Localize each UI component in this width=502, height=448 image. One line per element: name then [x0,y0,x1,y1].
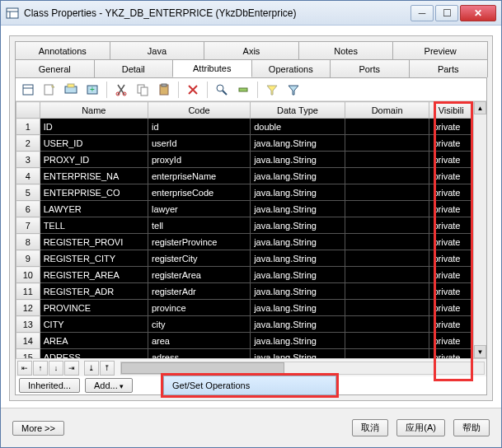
cell-domain[interactable] [345,217,429,234]
cell-code[interactable]: registerArea [148,267,250,283]
cell-visibility[interactable]: private [429,217,473,234]
cell-visibility[interactable]: private [429,300,473,316]
cell-datatype[interactable]: java.lang.String [251,152,345,168]
vertical-scrollbar[interactable]: ▲ ▼ [473,101,486,358]
cell-datatype[interactable]: java.lang.String [251,135,345,152]
table-row[interactable]: 6LAWYERlawyerjava.lang.Stringprivate [16,201,473,217]
table-row[interactable]: 11REGISTER_ADRregisterAdrjava.lang.Strin… [16,283,473,300]
cell-name[interactable]: REGISTER_ADR [40,283,148,300]
cell-visibility[interactable]: private [429,234,473,250]
cell-domain[interactable] [345,201,429,217]
cell-code[interactable]: registerProvince [148,234,250,250]
tab-java[interactable]: Java [110,41,205,59]
row-number[interactable]: 10 [16,267,40,283]
cell-name[interactable]: ADRESS [40,349,148,359]
cell-datatype[interactable]: java.lang.String [251,333,345,349]
cell-datatype[interactable]: java.lang.String [251,250,345,267]
cell-name[interactable]: ENTERPRISE_CO [40,184,148,201]
nav-next-icon[interactable]: ↓ [49,361,63,376]
new-icon[interactable] [40,81,59,99]
row-number[interactable]: 4 [16,168,40,184]
col-rownum[interactable] [16,102,40,119]
cancel-button[interactable]: 取消 [352,419,388,436]
col-code[interactable]: Code [148,102,250,119]
cell-datatype[interactable]: java.lang.String [251,316,345,333]
cell-domain[interactable] [345,119,429,135]
col-domain[interactable]: Domain [345,102,429,119]
cell-code[interactable]: enterpriseName [148,168,250,184]
cell-visibility[interactable]: private [429,119,473,135]
cell-visibility[interactable]: private [429,152,473,168]
cell-code[interactable]: userId [148,135,250,152]
tool-icon[interactable] [234,81,252,99]
cell-datatype[interactable]: java.lang.String [251,201,345,217]
cell-code[interactable]: enterpriseCode [148,184,250,201]
cell-name[interactable]: USER_ID [40,135,148,152]
cell-name[interactable]: REGISTER_CITY [40,250,148,267]
filter-icon[interactable] [263,81,281,99]
cell-code[interactable]: id [148,119,250,135]
table-row[interactable]: 5ENTERPRISE_COenterpriseCodejava.lang.St… [16,184,473,201]
nav-prev-icon[interactable]: ↑ [33,361,48,376]
cell-name[interactable]: AREA [40,333,148,349]
paste-icon[interactable] [155,81,173,99]
cell-name[interactable]: REGISTER_PROVI [40,234,148,250]
cell-code[interactable]: registerAdr [148,283,250,300]
cell-code[interactable]: registerCity [148,250,250,267]
cell-code[interactable]: proxyId [148,152,250,168]
menu-item-getset[interactable]: Get/Set Operations [163,376,336,395]
cell-name[interactable]: PROXY_ID [40,152,148,168]
cell-datatype[interactable]: java.lang.String [251,349,345,359]
cell-datatype[interactable]: java.lang.String [251,217,345,234]
tab-annotations[interactable]: Annotations [15,41,110,59]
cell-domain[interactable] [345,267,429,283]
tab-detail[interactable]: Detail [94,59,174,77]
row-number[interactable]: 5 [16,184,40,201]
cell-domain[interactable] [345,152,429,168]
cell-domain[interactable] [345,135,429,152]
nav-up-all-icon[interactable]: ⤒ [100,361,115,376]
cut-icon[interactable] [112,81,130,99]
cell-datatype[interactable]: java.lang.String [251,283,345,300]
cell-visibility[interactable]: private [429,267,473,283]
col-name[interactable]: Name [40,102,148,119]
cell-visibility[interactable]: private [429,349,473,359]
cell-code[interactable]: area [148,333,250,349]
table-row[interactable]: 7TELLtelljava.lang.Stringprivate [16,217,473,234]
tab-general[interactable]: General [15,59,95,77]
cell-name[interactable]: LAWYER [40,201,148,217]
nav-down-all-icon[interactable]: ⤓ [84,361,99,376]
row-number[interactable]: 2 [16,135,40,152]
table-row[interactable]: 1IDiddoubleprivate [16,119,473,135]
table-row[interactable]: 13CITYcityjava.lang.Stringprivate [16,316,473,333]
minimize-button[interactable]: ─ [411,5,434,21]
row-number[interactable]: 12 [16,300,40,316]
inherited-button[interactable]: Inherited... [19,378,80,393]
add-button[interactable]: Add... [85,378,133,393]
cell-code[interactable]: province [148,300,250,316]
titlebar[interactable]: Class Properties - YKZ_DB_ENTERPRICE (Yk… [1,1,501,26]
table-row[interactable]: 8REGISTER_PROVIregisterProvincejava.lang… [16,234,473,250]
cell-code[interactable]: tell [148,217,250,234]
customize-icon[interactable] [284,81,303,99]
cell-domain[interactable] [345,300,429,316]
cell-name[interactable]: ENTERPRISE_NA [40,168,148,184]
cell-visibility[interactable]: private [429,135,473,152]
cell-code[interactable]: lawyer [148,201,250,217]
nav-first-icon[interactable]: ⇤ [17,361,32,376]
col-visibility[interactable]: Visibili [429,102,473,119]
row-number[interactable]: 1 [16,119,40,135]
cell-domain[interactable] [345,283,429,300]
tab-attributes[interactable]: Attributes [172,59,252,77]
add-icon[interactable]: + [83,81,101,99]
tab-operations[interactable]: Operations [251,59,331,77]
close-button[interactable]: ✕ [460,5,496,21]
cell-code[interactable]: city [148,316,250,333]
cell-datatype[interactable]: java.lang.String [251,267,345,283]
tab-ports[interactable]: Ports [330,59,410,77]
tab-preview[interactable]: Preview [392,41,488,59]
cell-domain[interactable] [345,234,429,250]
cell-domain[interactable] [345,316,429,333]
row-number[interactable]: 7 [16,217,40,234]
cell-datatype[interactable]: double [251,119,345,135]
